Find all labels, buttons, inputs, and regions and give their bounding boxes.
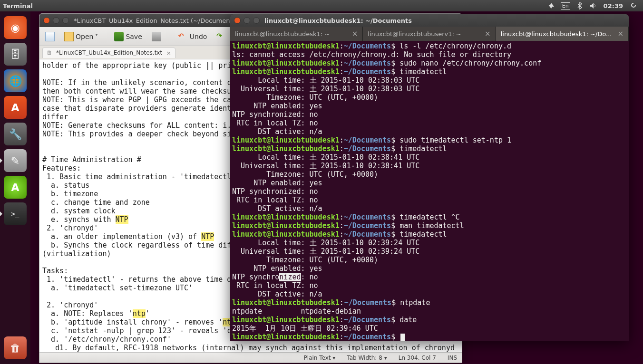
unity-launcher: ◉ 🗄 🌐 A 🔧 ✎ A >_ 🗑 xyxy=(0,11,30,364)
ubuntu-logo-icon: ◉ xyxy=(10,22,19,34)
tab-close-icon[interactable]: × xyxy=(617,29,624,38)
launcher-software-updater[interactable]: A xyxy=(4,176,27,199)
open-label: Open xyxy=(76,33,93,40)
updater-icon: A xyxy=(11,182,19,193)
tab-close-icon[interactable]: × xyxy=(352,29,358,38)
terminal-tabbar: linuxcbt@linuxcbtubudesk1: ~×linuxcbt@li… xyxy=(230,27,629,41)
trash-icon: 🗑 xyxy=(10,342,20,354)
top-panel: Terminal En 02:39 xyxy=(0,0,643,11)
gedit-tab[interactable]: 🗎 *LinuxCBT_Ubu14x_Edition_Notes.txt × xyxy=(42,48,175,58)
redo-icon: ↷ xyxy=(216,32,226,41)
launcher-ubuntu-dash[interactable]: ◉ xyxy=(4,16,27,39)
gedit-statusbar: Plain Text ▾ Tab Width: 8 ▾ Ln 304, Col … xyxy=(39,352,462,363)
terminal-output[interactable]: linuxcbt@linuxcbtubudesk1:~/Documents$ l… xyxy=(230,41,629,341)
terminal-tab-label: linuxcbt@linuxcbtubuserv1: ~ xyxy=(368,30,461,38)
launcher-firefox[interactable]: 🌐 xyxy=(4,69,27,92)
tab-close-icon[interactable]: × xyxy=(166,49,171,57)
terminal-tab-label: linuxcbt@linuxcbtubudesk1: ~/Do... xyxy=(501,30,612,38)
sound-indicator-icon[interactable] xyxy=(589,2,597,10)
launcher-files[interactable]: 🗄 xyxy=(4,43,27,66)
terminal-icon: >_ xyxy=(11,210,19,218)
software-center-icon: A xyxy=(11,102,19,114)
terminal-tab[interactable]: linuxcbt@linuxcbtubudesk1: ~× xyxy=(230,27,363,41)
session-indicator-icon[interactable] xyxy=(630,2,637,10)
insert-mode: INS xyxy=(448,354,457,361)
save-label: Save xyxy=(126,33,142,40)
terminal-titlebar[interactable]: linuxcbt@linuxcbtubudesk1: ~/Documents xyxy=(230,14,629,27)
redo-button[interactable]: ↷ xyxy=(214,30,229,43)
gear-wrench-icon: 🔧 xyxy=(9,128,22,140)
window-minimize-button[interactable] xyxy=(53,17,59,24)
undo-label: Undo xyxy=(190,33,207,40)
terminal-tab[interactable]: linuxcbt@linuxcbtubuserv1: ~× xyxy=(363,27,496,41)
window-maximize-button[interactable] xyxy=(62,17,69,24)
launcher-gedit[interactable]: ✎ xyxy=(4,149,27,172)
launcher-software-center[interactable]: A xyxy=(4,96,27,119)
window-maximize-button[interactable] xyxy=(253,17,260,24)
network-indicator-icon[interactable] xyxy=(547,2,555,10)
undo-icon: ↶ xyxy=(178,32,188,41)
launcher-system-settings[interactable]: 🔧 xyxy=(4,123,27,145)
open-button[interactable]: Open▾ xyxy=(61,30,107,43)
active-app-title: Terminal xyxy=(3,2,33,10)
terminal-cursor xyxy=(400,334,405,341)
tab-width[interactable]: Tab Width: 8 ▾ xyxy=(347,354,387,361)
folder-open-icon xyxy=(64,32,74,41)
terminal-window: linuxcbt@linuxcbtubudesk1: ~/Documents l… xyxy=(230,14,629,341)
save-button[interactable]: Save xyxy=(111,30,145,43)
launcher-terminal[interactable]: >_ xyxy=(4,202,27,225)
printer-icon xyxy=(152,32,161,41)
terminal-window-title: linuxcbt@linuxcbtubudesk1: ~/Documents xyxy=(264,17,412,24)
firefox-icon: 🌐 xyxy=(9,75,22,87)
new-document-button[interactable] xyxy=(42,30,58,43)
window-close-button[interactable] xyxy=(43,17,50,24)
bluetooth-indicator-icon[interactable] xyxy=(576,2,584,10)
document-icon: 🗎 xyxy=(47,49,52,56)
undo-button[interactable]: ↶Undo xyxy=(175,30,210,43)
gedit-tab-title: *LinuxCBT_Ubu14x_Edition_Notes.txt xyxy=(56,49,162,56)
window-close-button[interactable] xyxy=(234,17,241,24)
syntax-mode[interactable]: Plain Text ▾ xyxy=(304,354,336,361)
terminal-tab-label: linuxcbt@linuxcbtubudesk1: ~ xyxy=(235,30,330,38)
dropdown-icon: ▾ xyxy=(95,32,105,41)
save-icon xyxy=(114,32,124,41)
window-minimize-button[interactable] xyxy=(244,17,250,24)
text-editor-icon: ✎ xyxy=(11,155,19,167)
files-icon: 🗄 xyxy=(10,48,20,60)
tab-close-icon[interactable]: × xyxy=(485,29,491,38)
launcher-trash[interactable]: 🗑 xyxy=(4,336,27,359)
terminal-tab[interactable]: linuxcbt@linuxcbtubudesk1: ~/Do...× xyxy=(496,27,629,41)
clock[interactable]: 02:39 xyxy=(604,2,623,10)
cursor-position: Ln 304, Col 7 xyxy=(399,354,436,361)
new-document-icon xyxy=(45,32,55,41)
keyboard-indicator[interactable]: En xyxy=(561,2,570,10)
print-button[interactable] xyxy=(149,30,164,43)
